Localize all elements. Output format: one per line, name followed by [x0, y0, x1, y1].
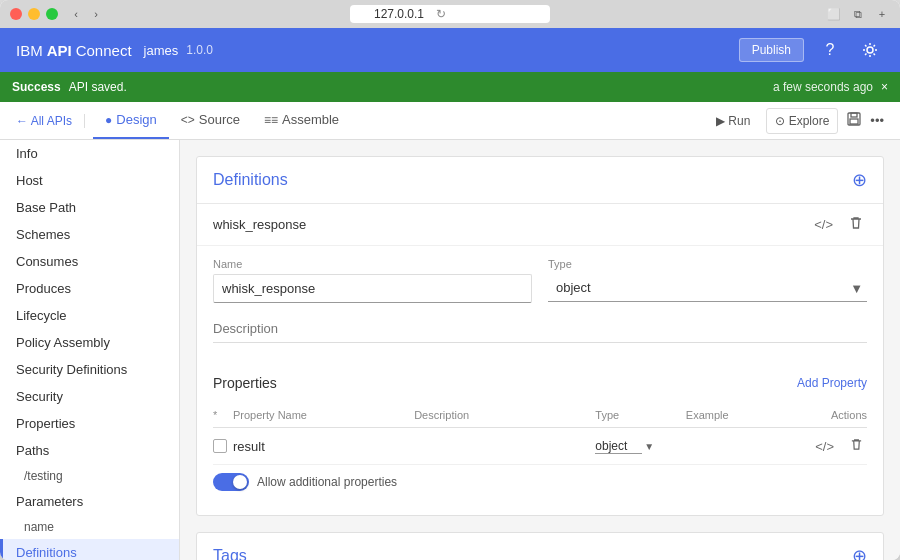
property-type-cell: object array string ▼ — [595, 439, 686, 454]
col-header-actions: Actions — [776, 409, 867, 421]
sidebar-item-schemes[interactable]: Schemes — [0, 221, 179, 248]
more-button[interactable]: ••• — [870, 113, 884, 128]
add-definition-button[interactable]: ⊕ — [852, 169, 867, 191]
sidebar-item-security-definitions[interactable]: Security Definitions — [0, 356, 179, 383]
assemble-tab-label: Assemble — [282, 112, 339, 127]
tags-title: Tags — [213, 547, 852, 560]
help-button[interactable]: ? — [816, 36, 844, 64]
minimize-window-button[interactable] — [28, 8, 40, 20]
share-button[interactable]: ⬜ — [826, 6, 842, 22]
sidebar-item-lifecycle[interactable]: Lifecycle — [0, 302, 179, 329]
window-actions: ⬜ ⧉ + — [826, 6, 890, 22]
name-field-group: Name — [213, 258, 532, 303]
sidebar-item-host[interactable]: Host — [0, 167, 179, 194]
properties-header: Properties Add Property — [213, 367, 867, 395]
property-code-button[interactable]: </> — [811, 437, 838, 456]
property-type-select[interactable]: object array string — [595, 439, 642, 454]
explore-button[interactable]: ⊙ Explore — [766, 108, 838, 134]
property-delete-button[interactable] — [846, 436, 867, 456]
sidebar-item-name-param[interactable]: name — [0, 515, 179, 539]
publish-button[interactable]: Publish — [739, 38, 804, 62]
run-button[interactable]: ▶ Run — [708, 114, 758, 128]
sidebar-item-produces[interactable]: Produces — [0, 275, 179, 302]
app-header: IBM API Connect james 1.0.0 Publish ? — [0, 28, 900, 72]
tab-assemble[interactable]: ≡≡ Assemble — [252, 102, 351, 139]
assemble-tab-icon: ≡≡ — [264, 113, 278, 127]
svg-rect-3 — [850, 119, 858, 124]
app-user: james — [144, 43, 179, 58]
content-area: Definitions ⊕ whisk_response </> — [180, 140, 900, 560]
sidebar: Info Host Base Path Schemes Consumes Pro… — [0, 140, 180, 560]
definition-form: Name Type object array string number — [197, 246, 883, 367]
status-text: Success API saved. — [12, 80, 127, 94]
type-label: Type — [548, 258, 867, 270]
name-label: Name — [213, 258, 532, 270]
sidebar-item-properties[interactable]: Properties — [0, 410, 179, 437]
sidebar-item-policy-assembly[interactable]: Policy Assembly — [0, 329, 179, 356]
description-input[interactable] — [213, 315, 867, 343]
add-property-button[interactable]: Add Property — [797, 376, 867, 390]
description-field-group — [213, 315, 867, 343]
add-tag-button[interactable]: ⊕ — [852, 545, 867, 560]
col-header-description: Description — [414, 409, 595, 421]
forward-button[interactable]: › — [88, 6, 104, 22]
sidebar-item-parameters[interactable]: Parameters — [0, 488, 179, 515]
sidebar-item-testing-path[interactable]: /testing — [0, 464, 179, 488]
nav-tabs: ← All APIs ● Design <> Source ≡≡ Assembl… — [0, 102, 900, 140]
status-label: Success — [12, 80, 61, 94]
sidebar-item-base-path[interactable]: Base Path — [0, 194, 179, 221]
definitions-title: Definitions — [213, 171, 852, 189]
logo-connect: Connect — [76, 42, 132, 59]
tab-source[interactable]: <> Source — [169, 102, 252, 139]
name-type-row: Name Type object array string number — [213, 258, 867, 303]
source-tab-label: Source — [199, 112, 240, 127]
nav-right: ▶ Run ⊙ Explore ••• — [708, 102, 884, 139]
property-actions-cell: </> — [776, 436, 867, 456]
svg-point-0 — [867, 47, 873, 53]
type-select-wrapper: object array string number integer boole… — [548, 274, 867, 302]
status-close-button[interactable]: × — [881, 80, 888, 94]
toggle-knob — [233, 475, 247, 489]
back-to-all-apis[interactable]: ← All APIs — [16, 114, 85, 128]
header-actions: Publish ? — [739, 36, 884, 64]
additional-properties-toggle[interactable] — [213, 473, 249, 491]
maximize-window-button[interactable] — [46, 8, 58, 20]
sidebar-item-paths[interactable]: Paths — [0, 437, 179, 464]
description-row — [213, 315, 867, 343]
sidebar-item-definitions[interactable]: Definitions — [0, 539, 179, 560]
property-name-cell: result — [233, 439, 414, 454]
logo-api: API — [47, 42, 72, 59]
design-tab-icon: ● — [105, 113, 112, 127]
source-tab-icon: <> — [181, 113, 195, 127]
definition-delete-button[interactable] — [845, 214, 867, 235]
close-window-button[interactable] — [10, 8, 22, 20]
sidebar-item-security[interactable]: Security — [0, 383, 179, 410]
name-input[interactable] — [213, 274, 532, 303]
tags-section: Tags ⊕ No tags defined — [196, 532, 884, 560]
type-field-group: Type object array string number integer … — [548, 258, 867, 303]
save-button[interactable] — [846, 111, 862, 131]
properties-table-header: * Property Name Description Type Example… — [213, 403, 867, 428]
status-bar: Success API saved. a few seconds ago × — [0, 72, 900, 102]
required-checkbox[interactable] — [213, 439, 227, 453]
property-type-arrow-icon: ▼ — [644, 441, 654, 452]
app-logo: IBM API Connect — [16, 42, 132, 59]
properties-section: Properties Add Property * Property Name … — [197, 367, 883, 515]
back-button[interactable]: ‹ — [68, 6, 84, 22]
col-header-required: * — [213, 409, 233, 421]
address-bar[interactable]: 127.0.0.1 ↻ — [350, 5, 550, 23]
fullscreen-button[interactable]: ⧉ — [850, 6, 866, 22]
new-tab-button[interactable]: + — [874, 6, 890, 22]
col-header-name: Property Name — [233, 409, 414, 421]
sidebar-item-consumes[interactable]: Consumes — [0, 248, 179, 275]
settings-button[interactable] — [856, 36, 884, 64]
refresh-button[interactable]: ↻ — [436, 7, 446, 21]
sidebar-item-info[interactable]: Info — [0, 140, 179, 167]
app-window: ‹ › 127.0.0.1 ↻ ⬜ ⧉ + IBM API Connect ja… — [0, 0, 900, 560]
tags-section-header: Tags ⊕ — [197, 533, 883, 560]
traffic-lights — [10, 8, 58, 20]
property-name-text: result — [233, 439, 265, 454]
tab-design[interactable]: ● Design — [93, 102, 169, 139]
definition-code-button[interactable]: </> — [810, 215, 837, 234]
type-select[interactable]: object array string number integer boole… — [548, 274, 867, 302]
